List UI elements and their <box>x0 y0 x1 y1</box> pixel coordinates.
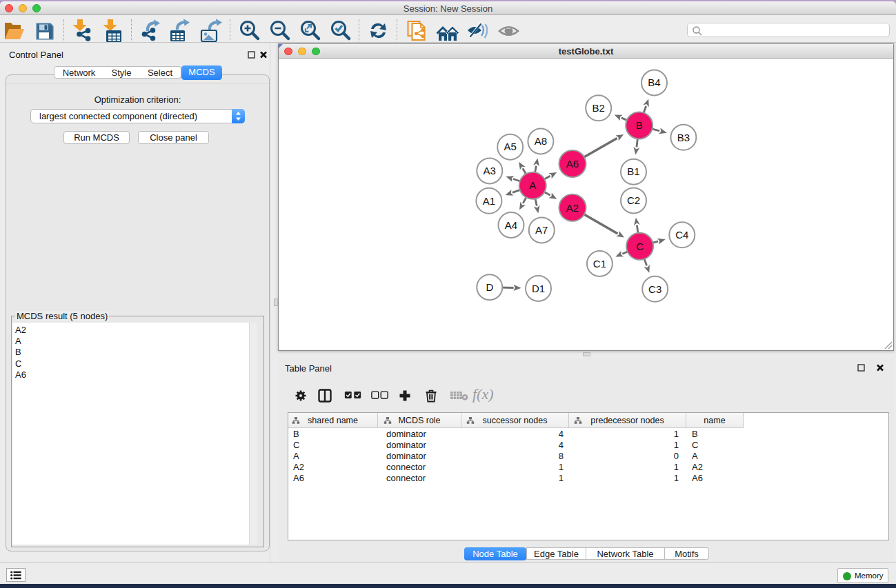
svg-text:B3: B3 <box>677 132 690 143</box>
svg-text:B1: B1 <box>627 165 639 177</box>
svg-text:B2: B2 <box>593 102 605 114</box>
svg-text:A1: A1 <box>483 195 495 207</box>
svg-text:A8: A8 <box>535 135 547 147</box>
svg-text:A3: A3 <box>484 165 496 176</box>
svg-text:B: B <box>636 119 643 131</box>
svg-text:C2: C2 <box>627 194 640 206</box>
svg-text:A: A <box>529 179 536 191</box>
svg-text:A4: A4 <box>505 219 517 231</box>
svg-text:A6: A6 <box>566 158 579 170</box>
svg-text:A5: A5 <box>504 141 517 152</box>
svg-text:C4: C4 <box>675 229 688 241</box>
svg-text:C3: C3 <box>648 283 661 295</box>
svg-text:A7: A7 <box>535 224 548 236</box>
svg-text:D: D <box>486 281 493 293</box>
svg-text:C: C <box>636 241 644 252</box>
svg-text:C1: C1 <box>593 258 606 270</box>
svg-text:A2: A2 <box>566 202 579 214</box>
svg-text:B4: B4 <box>648 77 660 88</box>
svg-text:D1: D1 <box>532 283 545 294</box>
